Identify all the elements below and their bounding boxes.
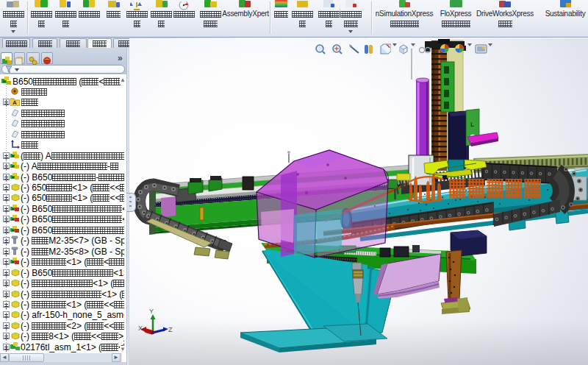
svg-text:A: A bbox=[12, 99, 17, 106]
svg-text:L: L bbox=[470, 121, 474, 128]
svg-text:X: X bbox=[138, 325, 143, 332]
svg-text:Y: Y bbox=[149, 308, 154, 315]
svg-text:Z: Z bbox=[168, 326, 173, 333]
